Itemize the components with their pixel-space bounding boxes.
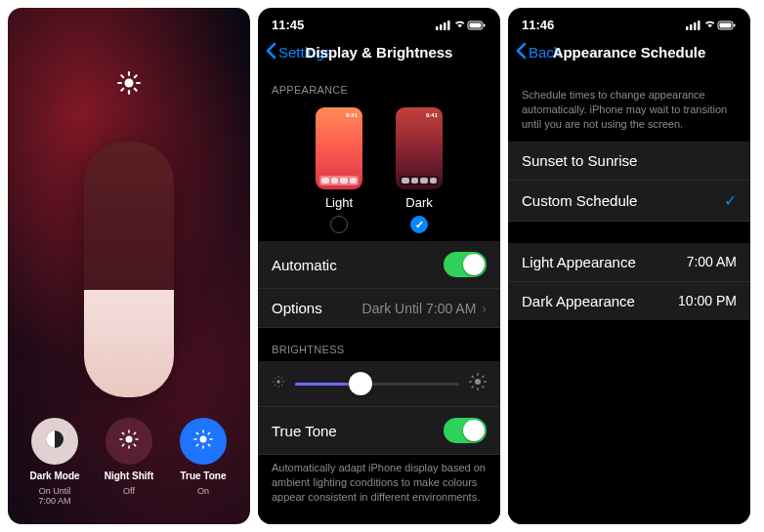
svg-line-16 — [134, 444, 135, 445]
automatic-cell: Automatic — [258, 241, 500, 289]
brightness-header: BRIGHTNESS — [258, 328, 500, 361]
svg-line-52 — [483, 376, 484, 377]
brightness-slider[interactable] — [295, 383, 459, 386]
sunset-option-cell[interactable]: Sunset to Sunrise — [508, 142, 750, 181]
appearance-mode-dark[interactable]: 9:41 Dark — [396, 107, 443, 233]
true-tone-label: True Tone — [180, 471, 226, 481]
back-button[interactable]: Back — [516, 42, 561, 62]
svg-point-44 — [475, 379, 481, 385]
svg-line-49 — [472, 376, 473, 377]
svg-line-6 — [135, 89, 137, 91]
true-tone-sub: On — [197, 487, 209, 497]
appearance-mode-light[interactable]: 9:41 Light — [316, 107, 362, 233]
automatic-toggle[interactable] — [444, 252, 487, 277]
true-tone-toggle[interactable]: True Tone On — [169, 418, 237, 507]
brightness-slider-cell — [258, 361, 500, 407]
svg-line-17 — [122, 444, 123, 445]
sunset-label: Sunset to Sunrise — [522, 152, 637, 169]
svg-point-19 — [200, 436, 207, 443]
status-bar: 11:45 — [258, 8, 500, 35]
svg-line-43 — [281, 378, 282, 379]
status-time: 11:46 — [522, 18, 554, 32]
status-time: 11:45 — [272, 18, 304, 32]
dark-mode-toggle[interactable]: Dark Mode On Until 7:00 AM — [21, 418, 89, 507]
sun-min-icon — [272, 375, 285, 392]
night-shift-sub: Off — [123, 487, 135, 497]
custom-option-cell[interactable]: Custom Schedule ✓ — [508, 181, 750, 222]
svg-line-50 — [483, 387, 484, 388]
automatic-label: Automatic — [272, 257, 337, 273]
dark-mode-icon — [43, 428, 66, 455]
chevron-left-icon — [266, 42, 276, 62]
svg-point-0 — [124, 78, 133, 87]
svg-rect-53 — [686, 26, 689, 30]
light-appearance-cell[interactable]: Light Appearance 7:00 AM — [508, 243, 750, 282]
svg-line-51 — [472, 387, 473, 388]
dark-label: Dark — [405, 195, 432, 210]
status-bar: 11:46 — [508, 8, 750, 35]
display-brightness-screen: 11:45 Settings Display & Brightness APPE… — [258, 8, 500, 524]
true-tone-toggle[interactable] — [444, 418, 487, 443]
svg-line-18 — [134, 433, 135, 434]
light-preview: 9:41 — [316, 107, 362, 189]
svg-line-25 — [208, 444, 209, 445]
svg-line-40 — [275, 378, 276, 379]
chevron-right-icon: › — [482, 301, 487, 316]
svg-line-41 — [281, 385, 282, 386]
light-label: Light — [325, 195, 353, 210]
true-tone-cell: True Tone — [258, 407, 500, 455]
light-appearance-label: Light Appearance — [522, 254, 636, 270]
chevron-left-icon — [516, 42, 527, 62]
sun-max-icon — [469, 373, 487, 394]
light-appearance-value: 7:00 AM — [687, 254, 737, 269]
options-value: Dark Until 7:00 AM — [362, 301, 477, 316]
options-cell[interactable]: Options Dark Until 7:00 AM › — [258, 289, 500, 328]
dark-radio[interactable] — [410, 216, 428, 233]
brightness-slider-vertical[interactable] — [84, 142, 174, 397]
schedule-footer: Schedule times to change appearance auto… — [508, 68, 750, 142]
back-button[interactable]: Settings — [266, 42, 331, 62]
dark-appearance-value: 10:00 PM — [678, 293, 737, 308]
svg-point-35 — [276, 380, 280, 384]
svg-rect-55 — [694, 22, 697, 30]
svg-line-15 — [122, 433, 123, 434]
appearance-header: APPEARANCE — [258, 68, 500, 102]
svg-rect-29 — [440, 24, 443, 30]
true-tone-label: True Tone — [272, 423, 337, 439]
svg-line-7 — [121, 89, 123, 91]
brightness-icon — [116, 70, 142, 100]
svg-line-5 — [121, 75, 123, 77]
dark-preview: 9:41 — [396, 107, 443, 189]
dark-mode-sub: On Until 7:00 AM — [38, 487, 70, 507]
true-tone-footer: Automatically adapt iPhone display based… — [258, 455, 500, 514]
svg-rect-58 — [734, 24, 736, 27]
dark-appearance-cell[interactable]: Dark Appearance 10:00 PM — [508, 282, 750, 320]
appearance-schedule-screen: 11:46 Back Appearance Schedule Schedule … — [508, 8, 750, 524]
night-shift-toggle[interactable]: Night Shift Off — [95, 418, 163, 507]
options-label: Options — [272, 300, 322, 316]
svg-rect-33 — [484, 24, 486, 27]
status-icons — [436, 18, 487, 32]
svg-rect-56 — [698, 20, 700, 30]
svg-rect-28 — [436, 26, 439, 30]
svg-rect-31 — [447, 20, 450, 30]
night-shift-label: Night Shift — [105, 471, 154, 481]
svg-line-27 — [208, 433, 209, 434]
true-tone-icon — [191, 428, 215, 455]
svg-line-24 — [196, 433, 197, 434]
svg-rect-54 — [690, 24, 693, 30]
dark-appearance-label: Dark Appearance — [522, 293, 635, 309]
status-icons — [686, 18, 737, 32]
check-icon: ✓ — [724, 191, 737, 210]
night-shift-icon — [117, 428, 141, 455]
svg-rect-30 — [444, 22, 446, 30]
svg-line-8 — [135, 75, 137, 77]
svg-rect-34 — [470, 23, 482, 28]
svg-point-10 — [126, 436, 133, 443]
back-label: Back — [529, 44, 561, 61]
appearance-mode-row: 9:41 Light 9:41 Dark — [258, 102, 500, 241]
light-radio[interactable] — [330, 216, 348, 233]
dark-mode-label: Dark Mode — [29, 471, 79, 481]
custom-label: Custom Schedule — [522, 192, 637, 209]
svg-line-26 — [196, 444, 197, 445]
